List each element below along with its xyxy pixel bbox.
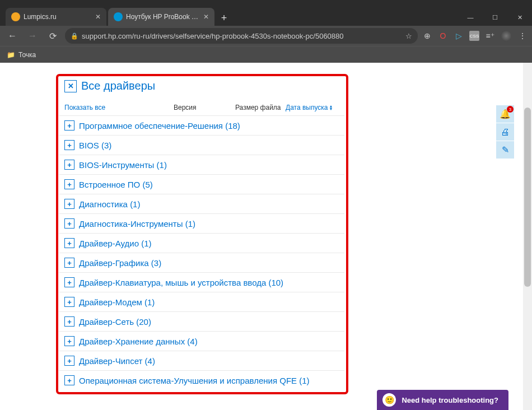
alert-badge: 3 bbox=[507, 106, 514, 113]
play-icon[interactable]: ▷ bbox=[454, 31, 464, 41]
expand-icon[interactable]: + bbox=[64, 277, 74, 287]
lock-icon: 🔒 bbox=[71, 32, 78, 40]
expand-icon[interactable]: + bbox=[64, 356, 74, 366]
category-row[interactable]: +Драйвер-Модем (1) bbox=[59, 292, 344, 311]
forward-button[interactable]: → bbox=[25, 28, 40, 44]
category-label: Драйвер-Чипсет (4) bbox=[79, 356, 155, 366]
scrollbar-thumb[interactable] bbox=[524, 108, 531, 287]
category-row[interactable]: +Операционная система-Улучшения и исправ… bbox=[59, 370, 344, 390]
bookmark-item[interactable]: Точка bbox=[18, 51, 36, 59]
category-row[interactable]: +Драйвер-Графика (3) bbox=[59, 253, 344, 272]
col-release-date[interactable]: Дата выпуска ▲▼ bbox=[286, 104, 333, 111]
expand-icon[interactable]: + bbox=[64, 297, 74, 307]
expand-icon[interactable]: + bbox=[64, 258, 74, 268]
category-label: Драйвер-Графика (3) bbox=[79, 258, 161, 268]
feedback-button[interactable]: ✎ bbox=[496, 141, 514, 159]
category-row[interactable]: +Драйвер-Сеть (20) bbox=[59, 311, 344, 331]
sort-icon: ▲▼ bbox=[329, 105, 333, 110]
category-label: Операционная система-Улучшения и исправл… bbox=[79, 376, 310, 385]
tab-lumpics[interactable]: Lumpics.ru ✕ bbox=[6, 8, 106, 26]
expand-icon[interactable]: + bbox=[64, 199, 74, 209]
css-icon[interactable]: CSS bbox=[469, 31, 479, 41]
category-row[interactable]: +Драйвер-Аудио (1) bbox=[59, 233, 344, 253]
favicon-icon bbox=[114, 12, 123, 21]
category-label: Драйвер-Модем (1) bbox=[79, 297, 155, 307]
expand-icon[interactable]: + bbox=[64, 336, 74, 346]
category-row[interactable]: +Драйвер-Хранение данных (4) bbox=[59, 331, 344, 351]
chat-widget[interactable]: 🙂 Need help troubleshooting? bbox=[377, 390, 508, 410]
tab-strip: Lumpics.ru ✕ Ноутбук HP ProBook 4530s За… bbox=[0, 6, 532, 26]
collapse-all-icon[interactable]: ✕ bbox=[64, 80, 77, 92]
minimize-button[interactable]: — bbox=[458, 9, 483, 26]
chat-avatar-icon: 🙂 bbox=[382, 393, 396, 407]
expand-icon[interactable]: + bbox=[64, 375, 74, 385]
chat-text: Need help troubleshooting? bbox=[402, 396, 498, 404]
avatar-icon[interactable] bbox=[501, 30, 512, 41]
all-drivers-heading: Все драйверы bbox=[81, 80, 155, 92]
category-label: Диагностика-Инструменты (1) bbox=[79, 219, 195, 229]
category-label: BIOS-Инструменты (1) bbox=[79, 160, 167, 170]
all-drivers-heading-row[interactable]: ✕ Все драйверы bbox=[59, 74, 344, 100]
tab-title: Ноутбук HP ProBook 4530s Загр bbox=[126, 13, 200, 21]
expand-icon[interactable]: + bbox=[64, 316, 74, 327]
alerts-button[interactable]: 🔔3 bbox=[496, 105, 514, 123]
category-label: Диагностика (1) bbox=[79, 199, 140, 209]
close-icon[interactable]: ✕ bbox=[203, 13, 209, 21]
expand-icon[interactable]: + bbox=[64, 218, 74, 229]
address-bar: ← → ⟳ 🔒 support.hp.com/ru-ru/drivers/sel… bbox=[0, 26, 532, 46]
reload-button[interactable]: ⟳ bbox=[45, 28, 60, 44]
maximize-button[interactable]: ☐ bbox=[483, 9, 507, 26]
menu-icon[interactable]: ⋮ bbox=[517, 31, 528, 41]
expand-icon[interactable]: + bbox=[64, 179, 74, 189]
col-version: Версия bbox=[174, 104, 235, 111]
expand-icon[interactable]: + bbox=[64, 120, 74, 131]
col-file-size: Размер файла bbox=[235, 104, 286, 111]
category-row[interactable]: +Драйвер-Клавиатура, мышь и устройства в… bbox=[59, 272, 344, 292]
category-row[interactable]: +Диагностика-Инструменты (1) bbox=[59, 213, 344, 233]
category-label: Программное обеспечение-Решения (18) bbox=[79, 121, 240, 131]
new-tab-button[interactable]: + bbox=[216, 10, 232, 26]
globe-icon[interactable]: ⊕ bbox=[422, 31, 432, 41]
omnibox[interactable]: 🔒 support.hp.com/ru-ru/drivers/selfservi… bbox=[65, 28, 418, 44]
category-row[interactable]: +Программное обеспечение-Решения (18) bbox=[59, 115, 344, 135]
category-label: Драйвер-Клавиатура, мышь и устройства вв… bbox=[79, 278, 283, 287]
category-label: Драйвер-Сеть (20) bbox=[79, 317, 151, 327]
tab-hp-support[interactable]: Ноутбук HP ProBook 4530s Загр ✕ bbox=[108, 8, 214, 26]
folder-icon: 📁 bbox=[7, 51, 15, 59]
category-label: Встроенное ПО (5) bbox=[79, 180, 153, 189]
category-row[interactable]: +Диагностика (1) bbox=[59, 194, 344, 213]
star-icon[interactable]: ☆ bbox=[405, 32, 412, 40]
reader-icon[interactable]: ≡⁺ bbox=[485, 31, 495, 41]
close-window-button[interactable]: ✕ bbox=[507, 9, 532, 26]
close-icon[interactable]: ✕ bbox=[95, 13, 101, 21]
bookmark-bar: 📁 Точка bbox=[0, 46, 532, 63]
favicon-icon bbox=[11, 12, 20, 21]
url-text: support.hp.com/ru-ru/drivers/selfservice… bbox=[82, 32, 402, 40]
category-row[interactable]: +Драйвер-Чипсет (4) bbox=[59, 351, 344, 370]
category-label: BIOS (3) bbox=[79, 141, 111, 150]
col-show-all[interactable]: Показать все bbox=[64, 104, 174, 111]
back-button[interactable]: ← bbox=[4, 28, 20, 44]
expand-icon[interactable]: + bbox=[64, 238, 74, 248]
column-headers: Показать все Версия Размер файла Дата вы… bbox=[59, 100, 344, 115]
category-row[interactable]: +BIOS (3) bbox=[59, 135, 344, 155]
category-label: Драйвер-Хранение данных (4) bbox=[79, 337, 198, 346]
print-button[interactable]: 🖨 bbox=[496, 123, 514, 141]
sticky-toolbar: 🔔3 🖨 ✎ bbox=[496, 105, 514, 159]
expand-icon[interactable]: + bbox=[64, 160, 74, 170]
scrollbar[interactable] bbox=[523, 63, 532, 410]
opera-icon[interactable]: O bbox=[438, 31, 448, 41]
category-row[interactable]: +Встроенное ПО (5) bbox=[59, 174, 344, 194]
category-label: Драйвер-Аудио (1) bbox=[79, 239, 152, 248]
expand-icon[interactable]: + bbox=[64, 140, 74, 150]
category-row[interactable]: +BIOS-Инструменты (1) bbox=[59, 155, 344, 174]
tab-title: Lumpics.ru bbox=[24, 13, 92, 21]
